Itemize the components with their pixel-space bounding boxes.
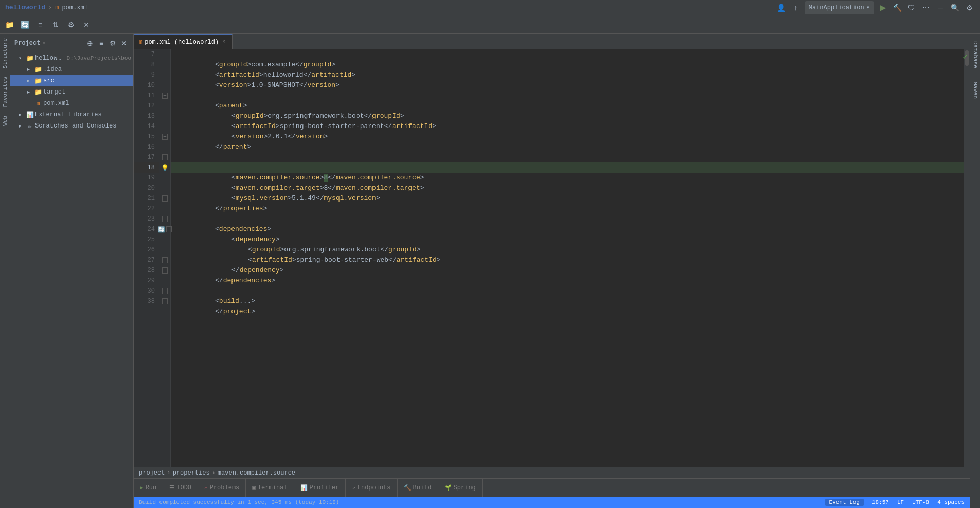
gutter-21[interactable]: ─	[159, 193, 170, 204]
left-tab-web[interactable]: Web	[1, 112, 10, 130]
line-num-22: 22	[134, 204, 159, 214]
line-num-10: 10	[134, 80, 159, 90]
tree-item-target[interactable]: ▶ 📁 target	[10, 86, 133, 98]
tab-endpoints[interactable]: ↗ Endpoints	[346, 479, 397, 497]
gutter-24[interactable]: 🔄 ─	[159, 224, 170, 234]
sidebar-header: Project ▾ ⊕ ≡ ⚙ ✕	[10, 34, 133, 52]
profile-btn[interactable]: 👤	[776, 2, 787, 13]
settings2-btn[interactable]: ⚙	[64, 17, 78, 32]
problems-tab-icon: ⚠	[204, 484, 208, 491]
code-line-20: <mysql.version>5.1.49</mysql.version>	[171, 183, 964, 193]
tab-bar: m pom.xml (helloworld) ×	[134, 34, 970, 49]
scratches-icon: ✏	[26, 122, 34, 130]
line-numbers: 7 8 9 10 11 12 13 14 15 16 17 18 19 20 2…	[134, 49, 159, 467]
gutter-15[interactable]: ─	[159, 132, 170, 142]
spring-tab-icon: 🌱	[444, 484, 452, 491]
close-sidebar-btn[interactable]: ✕	[79, 17, 94, 32]
tree-item-src[interactable]: ▶ 📁 src	[10, 75, 133, 86]
line-num-28: 28	[134, 265, 159, 276]
code-line-15: </parent>	[171, 132, 964, 142]
code-line-27: </dependency>	[171, 255, 964, 265]
code-editor[interactable]: 7 8 9 10 11 12 13 14 15 16 17 18 19 20 2…	[134, 49, 970, 467]
gutter-28[interactable]: ─	[159, 265, 170, 276]
build-tab-label: Build	[413, 484, 432, 492]
bottom-tabs: ▶ Run ☰ TODO ⚠ Problems ▣ Terminal 📊	[134, 479, 483, 497]
gutter-markers-col: ─ ─ ─ 💡 ─	[159, 49, 171, 467]
minimize-btn[interactable]: ─	[935, 2, 946, 13]
vcs-btn[interactable]: ↑	[790, 2, 801, 13]
sidebar-icon4-btn[interactable]: ✕	[119, 38, 129, 48]
right-tab-database[interactable]: Database	[971, 34, 980, 75]
more-btn[interactable]: ⋯	[920, 2, 932, 13]
toolbar: 📁 🔄 ≡ ⇅ ⚙ ✕	[0, 15, 980, 34]
gutter-18[interactable]: 💡	[159, 162, 170, 173]
tab-profiler[interactable]: 📊 Profiler	[294, 479, 346, 497]
tree-label-pomxml: pom.xml	[43, 100, 69, 107]
endpoints-tab-label: Endpoints	[358, 484, 391, 492]
tab-spring[interactable]: 🌱 Spring	[438, 479, 483, 497]
gutter-27[interactable]: ─	[159, 255, 170, 265]
sync-btn[interactable]: 🔄	[17, 17, 32, 32]
gutter-30[interactable]: ─	[159, 286, 170, 296]
run-config[interactable]: MainApplication ▾	[805, 1, 874, 14]
tree-item-helloworld[interactable]: ▾ 📁 helloworld D:\JavaProjects\boo	[10, 52, 133, 64]
build-button[interactable]: 🔨	[892, 2, 903, 13]
tab-close-btn[interactable]: ×	[221, 39, 227, 45]
breadcrumb-maven-source[interactable]: maven.compiler.source	[218, 469, 295, 477]
tree-item-pomxml[interactable]: m pom.xml	[10, 98, 133, 109]
sidebar-icon1-btn[interactable]: ⊕	[85, 38, 95, 48]
tab-run[interactable]: ▶ Run	[134, 479, 163, 497]
left-tab-structure[interactable]: Structure	[1, 34, 10, 72]
sidebar-icon2-btn[interactable]: ≡	[96, 38, 106, 48]
sort-btn[interactable]: ⇅	[48, 17, 63, 32]
breadcrumb-project[interactable]: project	[139, 469, 165, 477]
check-mark-icon: ✓	[963, 51, 968, 62]
event-log-btn[interactable]: Event Log	[825, 499, 864, 506]
lightbulb-icon: 💡	[161, 164, 169, 172]
tree-item-scratches[interactable]: ▶ ✏ Scratches and Consoles	[10, 120, 133, 132]
sidebar-icon3-btn[interactable]: ⚙	[108, 38, 118, 48]
right-tab-maven[interactable]: Maven	[971, 75, 980, 106]
vertical-scrollbar[interactable]	[964, 49, 970, 467]
code-line-30: <build...>	[171, 286, 964, 296]
left-tab-favorites[interactable]: Favorites	[1, 72, 10, 111]
tab-todo[interactable]: ☰ TODO	[163, 479, 198, 497]
project-dropdown-btn[interactable]: 📁	[2, 17, 16, 32]
tree-arrow-helloworld: ▾	[19, 55, 25, 61]
tab-build[interactable]: 🔨 Build	[398, 479, 438, 497]
spring-tab-label: Spring	[454, 484, 476, 492]
tree-item-idea[interactable]: ▶ 📁 .idea	[10, 64, 133, 75]
code-line-21: </properties>	[171, 193, 964, 204]
search-btn[interactable]: 🔍	[949, 2, 960, 13]
toolbar-project-section: 📁 🔄 ≡ ⇅ ⚙ ✕	[2, 17, 94, 32]
tree-item-extlibs[interactable]: ▶ 📊 External Libraries	[10, 109, 133, 120]
gutter-38b[interactable]: ─	[159, 296, 170, 306]
tab-label: pom.xml (helloworld)	[145, 39, 219, 46]
database-tab-label: Database	[971, 37, 980, 72]
title-bar-right: 👤 ↑ MainApplication ▾ ▶ 🔨 🛡 ⋯ ─ 🔍 ⚙	[776, 1, 975, 14]
code-line-23: <dependencies>	[171, 214, 964, 224]
tab-pomxml[interactable]: m pom.xml (helloworld) ×	[134, 34, 233, 49]
code-line-17: <properties>	[171, 152, 964, 162]
line-num-18: 18	[134, 162, 159, 173]
settings-btn[interactable]: ⚙	[964, 2, 975, 13]
tab-problems[interactable]: ⚠ Problems	[198, 479, 246, 497]
code-content[interactable]: <groupId>com.example</groupId> <artifact…	[171, 49, 964, 467]
gutter-17[interactable]: ─	[159, 152, 170, 162]
collapse-all-btn[interactable]: ≡	[33, 17, 47, 32]
line-num-9: 9	[134, 70, 159, 80]
breadcrumb-sep2: ›	[212, 469, 216, 477]
breadcrumb-properties[interactable]: properties	[173, 469, 210, 477]
coverage-button[interactable]: 🛡	[906, 2, 917, 13]
code-line-22	[171, 204, 964, 214]
build-tab-icon: 🔨	[404, 484, 411, 491]
run-button[interactable]: ▶	[877, 2, 888, 13]
tab-terminal[interactable]: ▣ Terminal	[246, 479, 294, 497]
gutter-11[interactable]: ─	[159, 90, 170, 101]
profiler-tab-label: Profiler	[310, 484, 340, 492]
todo-tab-label: TODO	[176, 484, 191, 492]
code-line-19: <maven.compiler.target>8</maven.compiler…	[171, 173, 964, 183]
line-num-20: 20	[134, 183, 159, 193]
breadcrumb-sep1: ›	[167, 469, 170, 477]
gutter-23[interactable]: ─	[159, 214, 170, 224]
